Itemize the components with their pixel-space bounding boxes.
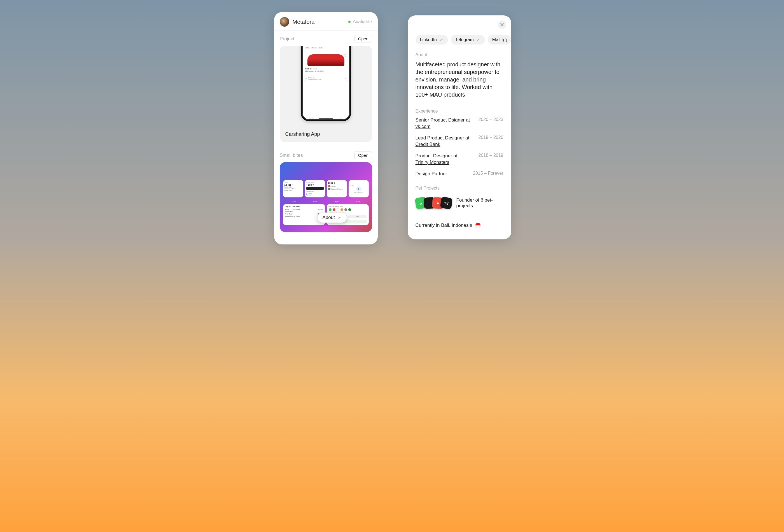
w3-value: 1360 б bbox=[328, 182, 345, 184]
p1r1: iPhone 11 128GB White bbox=[285, 208, 300, 210]
exp3-role: Product Designer at bbox=[416, 153, 457, 159]
indonesia-flag-icon bbox=[475, 223, 481, 228]
w3-r2: О'Друзья 24 июня bbox=[331, 188, 343, 190]
car-listing-2: Audi TT 2018 $ 200 per dav • ★ 4.88 (235… bbox=[304, 53, 348, 74]
location-text: Currently in Bali, Indonesia bbox=[416, 223, 472, 228]
section-title-experience: Experience bbox=[416, 109, 503, 114]
w2-value: 4 260 ₽ bbox=[306, 184, 324, 186]
status-text: Avaliable bbox=[353, 19, 372, 25]
wf2: VK Pay bbox=[313, 201, 317, 202]
w1-label: VK PAY bbox=[284, 182, 302, 183]
arrow-ne-icon: → bbox=[336, 214, 343, 221]
p1r3: Kettle Bork bbox=[285, 213, 292, 215]
exp2-company[interactable]: Credit Bank bbox=[416, 142, 441, 147]
exp3-dates: 2018 – 2019 bbox=[478, 153, 503, 158]
arrow-ne-icon: → bbox=[438, 36, 445, 43]
w2-btn: Pay now bbox=[306, 194, 324, 196]
mail-copy-button[interactable]: Mail bbox=[488, 35, 511, 45]
mail-label: Mail bbox=[492, 37, 500, 42]
p1r1p: 56 900 ₽ bbox=[317, 208, 323, 210]
pet-projects-text: Founder of 6 pet-projects bbox=[456, 197, 503, 208]
filter-icon: ≡ bbox=[345, 78, 346, 80]
p1r2: Toaster Bork bbox=[285, 211, 293, 213]
plus-icon: + bbox=[356, 187, 361, 192]
heart-icon bbox=[344, 54, 346, 57]
telegram-label: Telegram bbox=[455, 37, 474, 42]
exp1-dates: 2020 – 2023 bbox=[478, 117, 503, 122]
about-floating-button[interactable]: About → bbox=[317, 213, 347, 223]
w2-label: INSTALLMENT bbox=[306, 182, 324, 183]
profile-header: Metafora Avaliable bbox=[274, 12, 378, 31]
home-indicator-icon bbox=[319, 118, 333, 119]
car-image-icon bbox=[307, 54, 344, 66]
w1-value: 12 431 ₽ bbox=[284, 184, 302, 186]
exp2-role: Lead Product Designer at bbox=[416, 135, 470, 141]
chip-family: Family bbox=[318, 47, 323, 49]
p1r4: Vacuum Cleaner Dyson bbox=[285, 215, 300, 217]
profile-card: Metafora Avaliable Project Open BMW 320i… bbox=[274, 12, 378, 245]
avatar-icon bbox=[344, 208, 347, 211]
section-title-pet: Pet Projects bbox=[416, 186, 503, 191]
section-title-about: About bbox=[416, 52, 503, 57]
about-panel: LinkedIn → Telegram → Mail About Multifa… bbox=[408, 16, 511, 240]
pet-projects-row[interactable]: ▲ ● +3 Founder of 6 pet-projects bbox=[416, 197, 503, 208]
telegram-link[interactable]: Telegram → bbox=[451, 35, 485, 45]
close-button[interactable] bbox=[498, 21, 506, 29]
panel1-title: Popular This Week bbox=[285, 206, 323, 207]
avatar-icon bbox=[340, 208, 343, 211]
wf1: VK Pay bbox=[292, 201, 296, 202]
location-row: Currently in Bali, Indonesia bbox=[416, 223, 503, 234]
exp3-company[interactable]: Triniry Monsters bbox=[416, 160, 449, 165]
exp4-dates: 2015 – Forever bbox=[473, 171, 503, 176]
close-icon bbox=[500, 23, 504, 26]
linkedin-link[interactable]: LinkedIn → bbox=[416, 35, 448, 45]
experience-row: Design Partner 2015 – Forever bbox=[416, 171, 503, 177]
search-icon: 🔍 bbox=[306, 78, 307, 80]
exp4-role: Design Partner bbox=[416, 171, 447, 176]
status-indicator-icon bbox=[348, 21, 351, 23]
exp2-dates: 2019 – 2020 bbox=[478, 135, 503, 140]
w1-r3: Apple Store bbox=[284, 190, 302, 191]
phone-mockup: BMW 320i M Sport Edition 21 2022 US$ 460… bbox=[301, 46, 351, 121]
widget-bonus: 1360 б Сказкой О'Друзья 24 июня bbox=[327, 180, 347, 197]
profile-name: Metafora bbox=[292, 19, 348, 25]
section-header-project: Project Open bbox=[274, 31, 378, 46]
w4-label: VK PAY bbox=[350, 185, 354, 186]
open-smallbites-button[interactable]: Open bbox=[355, 151, 372, 159]
experience-row: Senior Product Dsigner at vk.com 2020 – … bbox=[416, 117, 503, 130]
panel2-title: POPULAR TRANSACTIONS bbox=[329, 206, 367, 207]
car2-rating: ★ 4.88 (2350) bbox=[315, 70, 324, 72]
copy-icon bbox=[503, 38, 506, 42]
about-bio: Multifaceted product designer with the e… bbox=[416, 61, 503, 99]
search-sub: Choose location and dates bbox=[308, 79, 321, 80]
pay-btn: Pay bbox=[348, 215, 367, 218]
chip-blacktie: Black Tie bbox=[311, 47, 317, 49]
smallbites-card[interactable]: VK PAY 12 431 ₽ Netflix 689 ₽ Groceries … bbox=[280, 162, 372, 232]
avatar-icon bbox=[337, 208, 339, 211]
car-listing-1: BMW 320i M Sport Edition 21 2022 US$ 460… bbox=[304, 46, 348, 51]
section-label-project: Project bbox=[280, 36, 295, 42]
social-links: LinkedIn → Telegram → Mail bbox=[416, 35, 503, 45]
wf3: VK Pay bbox=[335, 201, 338, 202]
linkedin-label: LinkedIn bbox=[420, 37, 437, 42]
widget-installment: INSTALLMENT 4 260 ₽ 14 February in 8 day… bbox=[305, 180, 325, 197]
avatar-icon bbox=[333, 208, 335, 211]
app-icon-stack: ▲ ● +3 bbox=[416, 197, 452, 208]
experience-row: Lead Product Designer at Credit Bank 201… bbox=[416, 135, 503, 148]
project-title: Carsharing App bbox=[285, 131, 320, 137]
widget-vkpay: VK PAY 12 431 ₽ Netflix 689 ₽ Groceries … bbox=[283, 180, 303, 197]
avatar[interactable] bbox=[280, 17, 289, 27]
section-header-smallbites: Small bites Open bbox=[274, 147, 378, 162]
exp1-company[interactable]: vk.com bbox=[416, 124, 431, 129]
open-project-button[interactable]: Open bbox=[355, 35, 372, 43]
wf4: VK Pay bbox=[356, 201, 360, 202]
w4-sub: Accumulation bbox=[354, 192, 363, 193]
avatar-icon bbox=[329, 208, 332, 211]
car2-name: Audi TT bbox=[305, 68, 312, 70]
w3-r1: Сказкой bbox=[331, 185, 337, 187]
chip-hp: 600 hp bbox=[305, 47, 310, 49]
widget-accumulation: VK PAY + Accumulation bbox=[348, 180, 369, 197]
project-card[interactable]: BMW 320i M Sport Edition 21 2022 US$ 460… bbox=[280, 46, 372, 142]
tab-inbox: Inbox bbox=[339, 117, 342, 119]
app-icon-badge: +3 bbox=[440, 197, 452, 209]
